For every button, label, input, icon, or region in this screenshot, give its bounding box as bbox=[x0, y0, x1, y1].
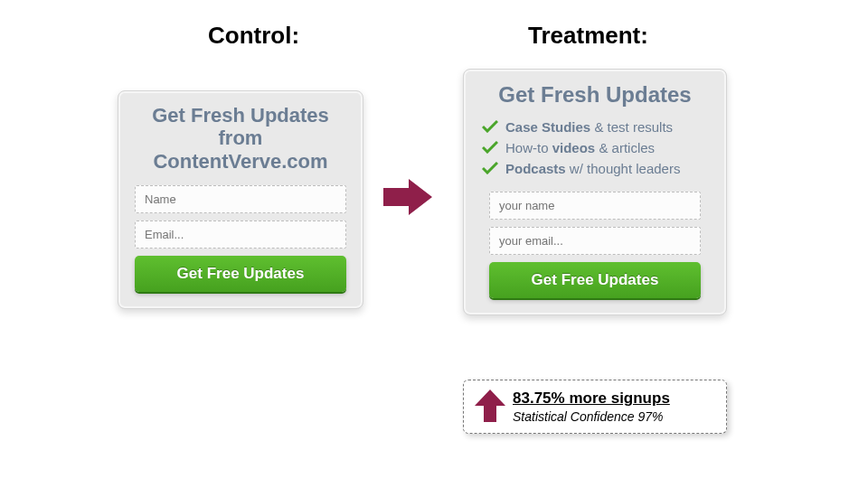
control-email-input[interactable] bbox=[135, 221, 346, 249]
control-title: Get Fresh Updates from ContentVerve.com bbox=[135, 104, 346, 173]
treatment-form-card: Get Fresh Updates Case Studies & test re… bbox=[463, 69, 727, 315]
treatment-name-input[interactable] bbox=[489, 192, 701, 220]
result-title: 83.75% more signups bbox=[513, 389, 715, 408]
treatment-bullets: Case Studies & test results How-to video… bbox=[482, 117, 710, 179]
check-icon bbox=[482, 120, 498, 133]
bullet-item: Case Studies & test results bbox=[482, 117, 710, 137]
control-form-card: Get Fresh Updates from ContentVerve.com … bbox=[118, 90, 363, 309]
svg-marker-1 bbox=[475, 389, 505, 422]
arrow-up-icon bbox=[475, 389, 505, 424]
heading-treatment: Treatment: bbox=[528, 22, 648, 50]
control-cta-button[interactable]: Get Free Updates bbox=[135, 256, 346, 292]
treatment-email-input[interactable] bbox=[489, 227, 701, 255]
result-callout: 83.75% more signups Statistical Confiden… bbox=[463, 380, 727, 434]
heading-control: Control: bbox=[208, 22, 299, 50]
treatment-title: Get Fresh Updates bbox=[480, 82, 710, 108]
check-icon bbox=[482, 141, 498, 154]
svg-marker-0 bbox=[383, 179, 432, 215]
arrow-right-icon bbox=[383, 177, 434, 217]
bullet-item: How-to videos & articles bbox=[482, 137, 710, 158]
bullet-item: Podcasts w/ thought leaders bbox=[482, 158, 710, 179]
treatment-cta-button[interactable]: Get Free Updates bbox=[489, 262, 701, 298]
result-subtitle: Statistical Confidence 97% bbox=[513, 409, 715, 424]
check-icon bbox=[482, 162, 498, 174]
control-name-input[interactable] bbox=[135, 185, 346, 213]
